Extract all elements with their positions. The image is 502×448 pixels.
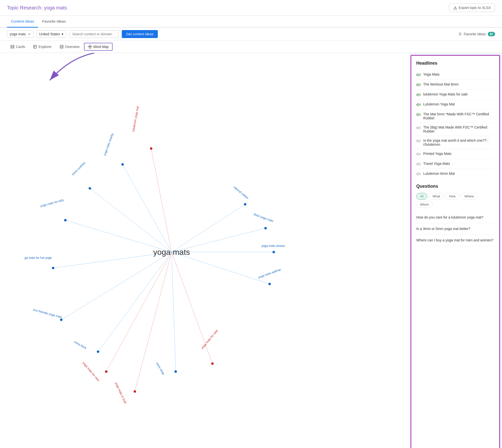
node-yoga-mats-amazon: yoga mats amazo — [261, 244, 285, 248]
svg-point-54 — [134, 390, 136, 393]
megaphone-icon-gray — [416, 172, 421, 176]
svg-point-23 — [88, 46, 88, 47]
megaphone-icon-green — [416, 83, 421, 87]
svg-line-31 — [98, 252, 172, 352]
svg-marker-58 — [417, 84, 418, 86]
search-chip[interactable]: yoga mats ✕ — [7, 30, 34, 38]
mindmap-icon — [88, 45, 92, 49]
headline-item[interactable]: Lululemon 6mm Mat — [416, 169, 494, 179]
svg-line-32 — [171, 252, 175, 372]
tabs-bar: Content Ideas Favorite Ideas — [0, 16, 502, 28]
mindmap-svg — [0, 53, 409, 448]
svg-line-37 — [151, 148, 171, 252]
toolbar: yoga mats ✕ United States ▾ Get content … — [0, 28, 502, 41]
filter-how-button[interactable]: How — [445, 193, 459, 200]
filter-where-button[interactable]: Where — [461, 193, 478, 200]
svg-marker-62 — [417, 127, 418, 129]
svg-point-50 — [272, 251, 275, 253]
export-button[interactable]: Export topic to XLSX — [449, 3, 495, 12]
svg-rect-14 — [60, 45, 63, 48]
question-item[interactable]: Is a 3mm or 5mm yoga mat better? — [416, 223, 494, 235]
svg-marker-64 — [417, 153, 418, 156]
megaphone-icon-green — [416, 102, 421, 107]
svg-point-17 — [89, 46, 90, 47]
headline-item[interactable]: Travel Yoga Mats — [416, 159, 494, 169]
headline-item[interactable]: Lululemon Yoga Mat — [416, 100, 494, 110]
megaphone-icon-green — [416, 112, 421, 117]
question-item[interactable]: How do you care for a lululemon yoga mat… — [416, 212, 494, 223]
svg-point-52 — [150, 147, 152, 150]
view-mindmap-button[interactable]: Mind Map — [84, 43, 113, 51]
svg-marker-59 — [417, 93, 418, 96]
headline-item[interactable]: The Workout Mat 6mm — [416, 80, 494, 90]
megaphone-icon-green — [416, 73, 421, 77]
favorite-count-badge: 82 — [488, 32, 495, 36]
svg-marker-61 — [417, 113, 418, 116]
top-bar: Topic Research: yoga mats Export topic t… — [0, 0, 502, 16]
svg-point-43 — [64, 219, 67, 222]
headline-item[interactable]: Printed Yoga Mats — [416, 149, 494, 159]
view-cards-button[interactable]: Cards — [7, 43, 29, 50]
svg-line-27 — [90, 188, 172, 252]
headline-item[interactable]: Yoga Mats — [416, 70, 494, 80]
svg-point-44 — [52, 267, 54, 269]
svg-marker-66 — [417, 173, 418, 176]
mindmap-area: yoga mats yoga mats nearby extra cushion… — [0, 53, 409, 448]
megaphone-icon-gray — [416, 139, 421, 143]
filter-what-button[interactable]: What — [429, 193, 444, 200]
tab-content-ideas[interactable]: Content Ideas — [7, 16, 38, 28]
favorite-ideas-button[interactable]: Favorite Ideas 82 — [458, 32, 495, 36]
filter-all-button[interactable]: All — [416, 193, 427, 200]
explorer-icon — [33, 45, 37, 49]
svg-point-49 — [264, 227, 267, 229]
svg-marker-57 — [417, 74, 418, 76]
headline-item[interactable]: lululemon Yoga Mats for sale — [416, 90, 494, 100]
svg-point-46 — [97, 351, 99, 353]
headline-item[interactable]: The (Big) Mat Made With FSC™ Certified R… — [416, 123, 494, 136]
tab-favorite-ideas[interactable]: Favorite Ideas — [38, 16, 70, 28]
svg-line-30 — [61, 252, 172, 320]
svg-line-33 — [171, 204, 245, 252]
megaphone-icon-gray — [416, 126, 421, 130]
questions-filters: All What How Where Which — [416, 193, 494, 208]
search-domain-input[interactable] — [69, 30, 119, 38]
view-overview-button[interactable]: Overview — [56, 43, 83, 50]
question-item[interactable]: Where can I buy a yoga mat for men and w… — [416, 235, 494, 246]
svg-line-36 — [171, 252, 270, 284]
chevron-down-icon: ▾ — [62, 32, 63, 36]
overview-icon — [60, 45, 64, 49]
svg-point-25 — [91, 46, 92, 47]
svg-point-19 — [90, 45, 90, 45]
svg-point-42 — [89, 187, 91, 190]
svg-point-48 — [244, 203, 246, 206]
svg-marker-63 — [417, 140, 418, 142]
view-explorer-button[interactable]: Explorer — [30, 43, 55, 50]
svg-line-39 — [135, 252, 172, 392]
headline-item[interactable]: The Mat 5mm *Made With FSC™ Certified Ru… — [416, 110, 494, 123]
export-icon — [453, 6, 457, 10]
megaphone-icon-gray — [416, 152, 421, 156]
headlines-title: Headlines — [416, 61, 494, 66]
svg-marker-65 — [417, 163, 418, 166]
node-hot-yoga: ga mats for hot yoga — [25, 256, 52, 260]
page-title: Topic Research: yoga mats — [7, 5, 67, 11]
svg-line-26 — [123, 165, 171, 252]
svg-rect-7 — [11, 45, 12, 46]
svg-point-41 — [121, 163, 124, 166]
svg-line-40 — [171, 252, 212, 364]
country-select[interactable]: United States ▾ — [37, 30, 66, 38]
svg-rect-9 — [11, 47, 12, 48]
get-ideas-button[interactable]: Get content ideas — [122, 30, 158, 38]
headline-item[interactable]: Is the yoga mat worth it and which one??… — [416, 136, 494, 149]
svg-point-21 — [90, 48, 90, 49]
svg-rect-11 — [34, 45, 37, 48]
megaphone-icon-gray — [416, 162, 421, 166]
questions-title: Questions — [416, 184, 494, 189]
headlines-list: Yoga Mats The Workout Mat 6mm lululemon … — [416, 70, 494, 179]
clear-search-button[interactable]: ✕ — [28, 32, 31, 36]
main-content: yoga mats yoga mats nearby extra cushion… — [0, 53, 502, 448]
list-icon — [458, 32, 462, 36]
cards-icon — [10, 45, 14, 49]
svg-rect-8 — [13, 45, 14, 46]
filter-which-button[interactable]: Which — [416, 201, 433, 208]
